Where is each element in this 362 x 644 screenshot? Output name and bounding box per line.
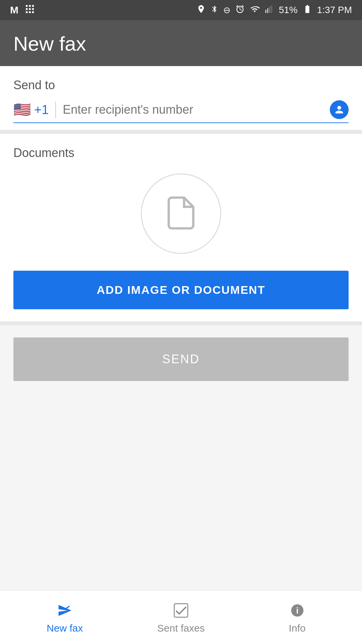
status-bar: M ⊖ 51% [0,0,362,20]
info-icon: i [288,601,307,620]
main-content: Send to 🇺🇸 +1 Documents [0,66,362,590]
input-divider [55,101,56,118]
page-title: New fax [13,33,86,55]
bluetooth-icon [210,4,219,16]
documents-section: Documents ADD IMAGE OR DOCUMENT [0,134,362,321]
send-button[interactable]: SEND [13,337,349,381]
send-to-section: Send to 🇺🇸 +1 [0,66,362,130]
status-right-icons: ⊖ 51% 1:37 PM [196,4,352,16]
svg-rect-11 [269,7,270,13]
content-spacer [0,393,362,590]
recipient-row: 🇺🇸 +1 [13,100,349,123]
new-fax-icon [55,601,74,620]
svg-rect-3 [26,8,27,10]
wifi-icon [249,4,260,16]
contact-picker-button[interactable] [330,100,349,119]
status-left-icons: M [10,4,35,17]
country-selector[interactable]: 🇺🇸 +1 [13,103,49,117]
svg-rect-4 [29,8,31,10]
battery-percent: 51% [279,5,298,15]
svg-text:i: i [296,606,298,615]
svg-rect-5 [32,8,34,10]
svg-rect-9 [265,10,266,13]
document-circle [141,173,221,254]
send-to-label: Send to [13,78,349,92]
svg-rect-14 [174,603,188,617]
phone-number-input[interactable] [63,103,330,117]
nav-item-new-fax[interactable]: New fax [31,601,98,634]
nav-label-sent-faxes: Sent faxes [157,623,205,634]
signal-icon [265,4,274,16]
svg-rect-8 [32,11,34,13]
svg-rect-6 [26,11,27,13]
svg-rect-7 [29,11,31,13]
document-placeholder [13,173,349,254]
alarm-icon [235,4,245,16]
app-header: New fax [0,20,362,66]
country-code: +1 [34,103,49,117]
svg-rect-1 [29,5,31,7]
svg-rect-0 [26,5,27,7]
document-icon [163,193,199,234]
svg-rect-10 [267,8,268,13]
send-section: SEND [0,325,362,393]
flag-icon: 🇺🇸 [13,103,31,117]
nav-label-info: Info [289,623,306,634]
nav-item-sent-faxes[interactable]: Sent faxes [147,601,215,634]
battery-icon [302,4,312,16]
svg-rect-2 [32,5,34,7]
time: 1:37 PM [317,5,352,15]
nav-item-info[interactable]: i Info [264,601,331,634]
nav-label-new-fax: New fax [47,623,83,634]
gmail-icon: M [10,4,18,16]
section-divider-1 [0,130,362,134]
bottom-navigation: New fax Sent faxes i Info [0,590,362,644]
documents-label: Documents [13,146,349,160]
location-icon [196,4,206,16]
grid-icon [24,4,35,17]
svg-rect-12 [271,5,272,13]
dnd-icon: ⊖ [223,5,231,15]
section-divider-2 [0,321,362,325]
sent-faxes-icon [172,601,190,620]
add-document-button[interactable]: ADD IMAGE OR DOCUMENT [13,271,349,309]
